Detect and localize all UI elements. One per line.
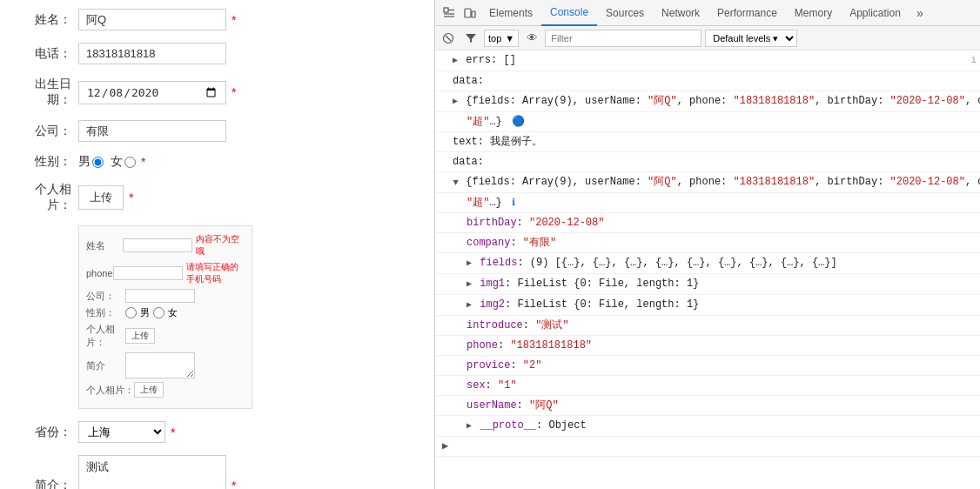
province-select[interactable]: 上海 北京 (78, 421, 165, 443)
mini-phone-input[interactable] (113, 266, 183, 280)
mini-name-input[interactable] (123, 238, 192, 252)
phone-label: 电话： (17, 46, 78, 62)
provice-value: "2" (523, 359, 542, 372)
name-row: 姓名： * (17, 9, 417, 30)
svg-line-7 (446, 36, 451, 41)
clear-console-button[interactable] (439, 29, 458, 48)
intro-required: * (232, 479, 236, 489)
mini-male-text: 男 (140, 306, 150, 319)
mini-company-input[interactable] (125, 289, 195, 303)
province-label: 省份： (17, 425, 78, 440)
mini-intro-label: 简介 (86, 359, 125, 372)
phone-input[interactable] (78, 43, 226, 64)
gender-row: 性别： 男 女 * (17, 154, 417, 170)
intro-textarea[interactable]: 测试 (78, 455, 226, 489)
gender-male-label[interactable]: 男 (78, 154, 104, 170)
fields-expand-arrow[interactable]: ▶ (467, 258, 472, 268)
more-tabs-icon[interactable]: » (910, 3, 930, 23)
mini-photo2-row: 个人相片： 上传 (86, 382, 245, 398)
company-label: 公司： (17, 124, 78, 139)
gender-group: 男 女 (78, 154, 136, 170)
console-toolbar: top ▼ 👁 Default levels ▾ (435, 26, 980, 50)
birthdate-row: 出生日期： * (17, 77, 417, 108)
tab-application[interactable]: Application (841, 0, 910, 26)
upload-button[interactable]: 上传 (78, 185, 124, 210)
tab-memory[interactable]: Memory (786, 0, 841, 26)
tab-console[interactable]: Console (541, 0, 597, 26)
console-prompt-line: ▶ (435, 437, 980, 457)
mini-intro-textarea[interactable] (125, 352, 195, 378)
proto-expand-arrow[interactable]: ▶ (467, 421, 472, 431)
console-line-username: userName: "阿Q" (435, 396, 980, 416)
company-input[interactable] (78, 120, 226, 142)
data2-label-text: data: (453, 156, 484, 168)
gender-required: * (141, 155, 145, 169)
context-selector[interactable]: top ▼ (484, 30, 519, 47)
mini-gender-label: 性别： (86, 306, 125, 319)
mini-upload2-button[interactable]: 上传 (134, 382, 164, 398)
gender-female-radio[interactable] (124, 157, 136, 168)
intro-label: 简介： (17, 478, 78, 489)
inspect-icon[interactable] (439, 3, 460, 23)
mini-name-row: 姓名 内容不为空哦 (86, 233, 245, 258)
gender-male-radio[interactable] (92, 157, 104, 168)
name-required: * (232, 13, 236, 27)
errs-expand-arrow[interactable]: ▶ (453, 56, 458, 65)
img1-value: FileList {0: File, length: 1} (517, 278, 699, 290)
tab-performance[interactable]: Performance (708, 0, 786, 26)
birthdate-input[interactable] (78, 81, 226, 104)
username-value: "阿Q" (529, 399, 559, 412)
text-line-text: text: 我是例子。 (453, 136, 542, 148)
console-line-data2-obj: ▶ {fields: Array(9), userName: "阿Q", pho… (435, 172, 980, 193)
filter-input[interactable] (545, 30, 701, 47)
gender-male-text: 男 (78, 154, 91, 170)
levels-select[interactable]: Default levels ▾ (705, 30, 797, 47)
provice-key: provice (467, 359, 510, 372)
name-label: 姓名： (17, 12, 78, 28)
errs-text: errs: [] (466, 54, 516, 66)
img2-expand-arrow[interactable]: ▶ (467, 300, 472, 310)
devtools-tab-bar: Elements Console Sources Network Perform… (435, 0, 980, 26)
phone-value: "18318181818" (510, 339, 592, 352)
mini-upload-button[interactable]: 上传 (125, 328, 155, 344)
photo-label: 个人相片： (17, 182, 78, 213)
console-line-data2-overflow: "超"…} ℹ (435, 193, 980, 213)
mini-female-radio[interactable] (153, 307, 164, 318)
eye-button[interactable]: 👁 (522, 29, 541, 48)
data1-obj-text: {fields: Array(9), userName: (466, 95, 648, 107)
mini-male-radio[interactable] (125, 307, 137, 318)
birthday-value: "2020-12-08" (529, 217, 604, 229)
intro-row: 简介： 测试 * (17, 455, 417, 489)
console-line-birthday: birthDay: "2020-12-08" (435, 213, 980, 233)
filter-icon[interactable] (461, 29, 480, 48)
tab-sources[interactable]: Sources (597, 0, 653, 26)
name-input[interactable] (78, 9, 226, 30)
console-line-text: text: 我是例子。 (435, 132, 980, 152)
console-prompt-arrow: ▶ (442, 440, 448, 452)
gender-female-label[interactable]: 女 (111, 154, 136, 170)
devtools-panel: Elements Console Sources Network Perform… (435, 0, 980, 489)
console-line-company: company: "有限" (435, 233, 980, 253)
img1-expand-arrow[interactable]: ▶ (467, 279, 472, 289)
data2-overflow-text: "超" (467, 197, 489, 209)
data1-label-text: data: (453, 75, 484, 87)
tab-network[interactable]: Network (653, 0, 708, 26)
console-line-errs: ▶ errs: [] i (435, 50, 980, 71)
data2-obj-text: {fields: Array(9), userName: (466, 176, 648, 188)
device-icon[interactable] (460, 3, 480, 23)
console-output[interactable]: ▶ errs: [] i data: ▶ {fields: Array(9), … (435, 50, 980, 489)
mini-intro-row: 简介 (86, 352, 245, 378)
console-line-phone: phone: "18318181818" (435, 336, 980, 356)
data1-expand-arrow[interactable]: ▶ (453, 97, 458, 106)
context-arrow: ▼ (505, 33, 514, 44)
context-value: top (488, 33, 501, 44)
tab-elements[interactable]: Elements (480, 0, 541, 26)
svg-rect-5 (472, 11, 475, 17)
mini-name-hint: 内容不为空哦 (196, 233, 245, 258)
mini-company-row: 公司： (86, 289, 245, 303)
phone-key: phone (467, 339, 498, 352)
data2-expand-arrow[interactable]: ▶ (447, 180, 463, 185)
mini-phone-label: phone (86, 268, 113, 278)
console-line-data1-overflow: "超"…} 🔵 (435, 112, 980, 132)
fields-key: fields (480, 257, 517, 269)
